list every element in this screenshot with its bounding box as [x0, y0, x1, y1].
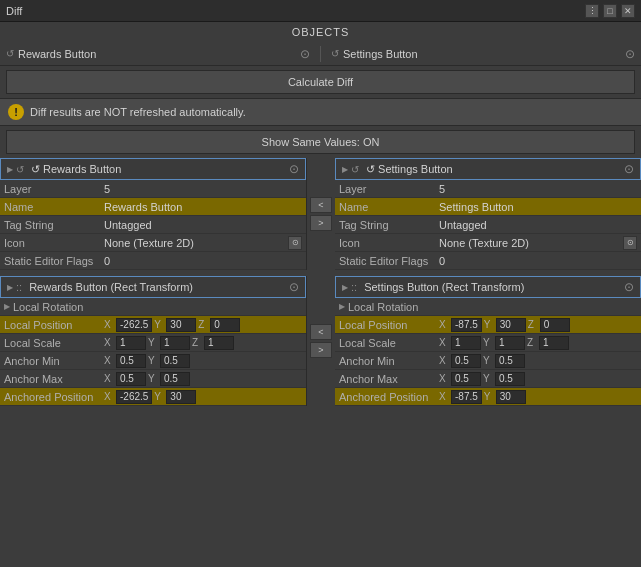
left-anchoredpos-row: Anchored Position X -262.5 Y 30 — [0, 388, 306, 406]
right-localscale-label: Local Scale — [339, 337, 439, 349]
left-anchormax-x-val[interactable]: 0.5 — [116, 372, 146, 386]
right-anchoredpos-y-val[interactable]: 30 — [496, 390, 526, 404]
left-localposition-x-val[interactable]: -262.5 — [116, 318, 152, 332]
left-icon-label: Icon — [4, 237, 104, 249]
left-object-end-icon[interactable]: ⊙ — [300, 47, 310, 61]
left-anchormin-x-val[interactable]: 0.5 — [116, 354, 146, 368]
arrow-left-2[interactable]: < — [310, 324, 332, 340]
right-object-end-icon[interactable]: ⊙ — [625, 47, 635, 61]
right-localposition-y: Y 30 — [484, 318, 526, 332]
left-object-label: ↺ Rewards Button — [6, 48, 300, 60]
right-name-value: Settings Button — [439, 201, 637, 213]
menu-dots-btn[interactable]: ⋮ — [585, 4, 599, 18]
right-anchormin-y-val[interactable]: 0.5 — [495, 354, 525, 368]
left-anchormin-x: X 0.5 — [104, 354, 146, 368]
left-anchormin-label: Anchor Min — [4, 355, 104, 367]
warning-bar: ! Diff results are NOT refreshed automat… — [0, 98, 641, 126]
right-localposition-label: Local Position — [339, 319, 439, 331]
left-component2-end-icon[interactable]: ⊙ — [289, 280, 299, 294]
left-layer-value: 5 — [104, 183, 302, 195]
right-anchormax-x-val[interactable]: 0.5 — [451, 372, 481, 386]
right-anchormin-x: X 0.5 — [439, 354, 481, 368]
left-layer-label: Layer — [4, 183, 104, 195]
right-anchoredpos-x-val[interactable]: -87.5 — [451, 390, 482, 404]
left-anchoredpos-y: Y 30 — [154, 390, 196, 404]
component1-block: ▶ ↺ ↺ Rewards Button ⊙ Layer 5 Name Rewa… — [0, 158, 641, 270]
left-localscale-x-val[interactable]: 1 — [116, 336, 146, 350]
maximize-btn[interactable]: □ — [603, 4, 617, 18]
right-localposition-row: Local Position X -87.5 Y 30 Z 0 — [335, 316, 641, 334]
left-localposition-z: Z 0 — [198, 318, 240, 332]
left-anchormax-y-val[interactable]: 0.5 — [160, 372, 190, 386]
right-component2-title: :: Settings Button (Rect Transform) — [351, 281, 624, 293]
left-localscale-z-val[interactable]: 1 — [204, 336, 234, 350]
left-name-label: Name — [4, 201, 104, 213]
right-anchormax-label: Anchor Max — [339, 373, 439, 385]
right-component1: ▶ ↺ ↺ Settings Button ⊙ Layer 5 Name Set… — [335, 158, 641, 270]
right-localscale-y: Y 1 — [483, 336, 525, 350]
right-layer-value: 5 — [439, 183, 637, 195]
right-localposition-xyz: X -87.5 Y 30 Z 0 — [439, 318, 637, 332]
calculate-diff-button[interactable]: Calculate Diff — [6, 70, 635, 94]
right-component1-end-icon[interactable]: ⊙ — [624, 162, 634, 176]
right-anchormin-x-val[interactable]: 0.5 — [451, 354, 481, 368]
right-localrotation-row: ▶ Local Rotation — [335, 298, 641, 316]
right-component2-collapse: ▶ — [342, 283, 348, 292]
right-localscale-x: X 1 — [439, 336, 481, 350]
left-component2-collapse: ▶ — [7, 283, 13, 292]
left-localscale-y-val[interactable]: 1 — [160, 336, 190, 350]
left-anchoredpos-x-val[interactable]: -262.5 — [116, 390, 152, 404]
left-component2-title: :: Rewards Button (Rect Transform) — [16, 281, 289, 293]
right-component2: ▶ :: Settings Button (Rect Transform) ⊙ … — [335, 276, 641, 406]
left-anchoredpos-label: Anchored Position — [4, 391, 104, 403]
warning-text: Diff results are NOT refreshed automatic… — [30, 106, 246, 118]
left-component2-header: ▶ :: Rewards Button (Rect Transform) ⊙ — [0, 276, 306, 298]
left-localposition-y-val[interactable]: 30 — [166, 318, 196, 332]
arrow-right-2[interactable]: > — [310, 342, 332, 358]
right-icon-btn[interactable]: ⊙ — [623, 236, 637, 250]
left-component1-end-icon[interactable]: ⊙ — [289, 162, 299, 176]
left-localposition-label: Local Position — [4, 319, 104, 331]
right-localposition-z-val[interactable]: 0 — [540, 318, 570, 332]
arrow-left-1[interactable]: < — [310, 197, 332, 213]
right-object-name: Settings Button — [343, 48, 418, 60]
right-tagstring-value: Untagged — [439, 219, 637, 231]
left-component1-collapse: ▶ — [7, 165, 13, 174]
right-staticflags-value: 0 — [439, 255, 637, 267]
right-localscale-x-val[interactable]: 1 — [451, 336, 481, 350]
left-localposition-z-val[interactable]: 0 — [210, 318, 240, 332]
left-localscale-xyz: X 1 Y 1 Z 1 — [104, 336, 302, 350]
left-name-value: Rewards Button — [104, 201, 302, 213]
left-localposition-y: Y 30 — [154, 318, 196, 332]
arrow-right-1[interactable]: > — [310, 215, 332, 231]
left-object-name: Rewards Button — [18, 48, 96, 60]
title-bar-controls: ⋮ □ ✕ — [585, 4, 635, 18]
left-component1: ▶ ↺ ↺ Rewards Button ⊙ Layer 5 Name Rewa… — [0, 158, 307, 270]
left-localrotation-label: Local Rotation — [13, 301, 113, 313]
left-tagstring-row: Tag String Untagged — [0, 216, 306, 234]
right-component2-double-colon: :: — [351, 281, 357, 293]
right-tagstring-label: Tag String — [339, 219, 439, 231]
right-anchormax-y-val[interactable]: 0.5 — [495, 372, 525, 386]
right-localscale-y-val[interactable]: 1 — [495, 336, 525, 350]
right-anchoredpos-label: Anchored Position — [339, 391, 439, 403]
left-anchormax-xy: X 0.5 Y 0.5 — [104, 372, 302, 386]
left-tagstring-value: Untagged — [104, 219, 302, 231]
right-localposition-x-val[interactable]: -87.5 — [451, 318, 482, 332]
right-anchormin-xy: X 0.5 Y 0.5 — [439, 354, 637, 368]
right-anchoredpos-y: Y 30 — [484, 390, 526, 404]
right-localposition-y-val[interactable]: 30 — [496, 318, 526, 332]
right-anchormax-xy: X 0.5 Y 0.5 — [439, 372, 637, 386]
right-component1-collapse: ▶ — [342, 165, 348, 174]
right-tagstring-row: Tag String Untagged — [335, 216, 641, 234]
left-anchormin-y-val[interactable]: 0.5 — [160, 354, 190, 368]
right-component2-header: ▶ :: Settings Button (Rect Transform) ⊙ — [335, 276, 641, 298]
left-anchoredpos-y-val[interactable]: 30 — [166, 390, 196, 404]
close-btn[interactable]: ✕ — [621, 4, 635, 18]
show-same-values-button[interactable]: Show Same Values: ON — [6, 130, 635, 154]
left-staticflags-value: 0 — [104, 255, 302, 267]
right-localscale-z-val[interactable]: 1 — [539, 336, 569, 350]
left-icon-btn[interactable]: ⊙ — [288, 236, 302, 250]
left-anchormin-xy: X 0.5 Y 0.5 — [104, 354, 302, 368]
right-component2-end-icon[interactable]: ⊙ — [624, 280, 634, 294]
